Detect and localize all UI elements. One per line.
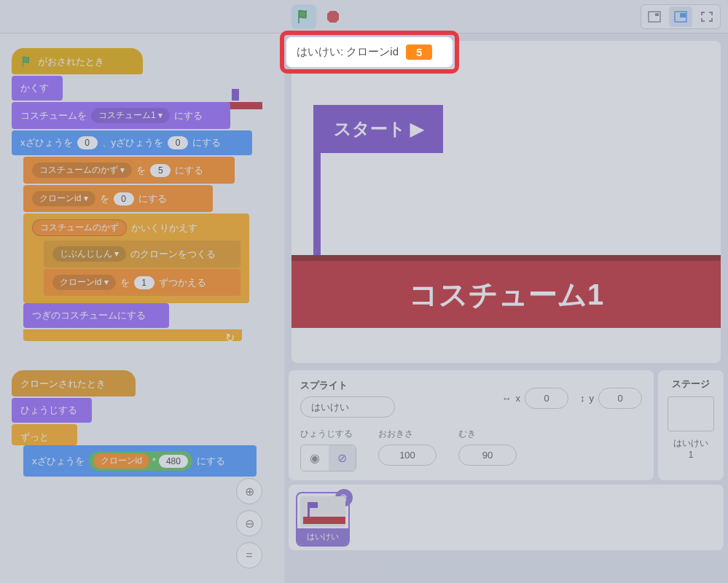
code-minimap <box>227 85 262 111</box>
svg-rect-5 <box>232 89 239 101</box>
show-icon[interactable]: ◉ <box>301 445 329 471</box>
code-area[interactable]: がおされたとき かくす コスチュームをコスチューム1 ▾にする xざひょうを0、… <box>0 34 284 583</box>
block-repeat[interactable]: コスチュームのかずかいくりかえす じぶんじしん ▾のクローンをつくる クローンi… <box>23 214 249 303</box>
arrow-v-icon: ↕ <box>580 393 585 404</box>
small-stage-button[interactable] <box>643 7 666 27</box>
svg-rect-9 <box>303 517 345 524</box>
svg-rect-8 <box>308 502 310 517</box>
block-when-flag[interactable]: がおされたとき <box>12 48 143 74</box>
block-set-x[interactable]: xざひょうをクローンid*480にする <box>23 445 257 477</box>
sprite-direction-input[interactable]: 90 <box>458 445 517 466</box>
stage-banner: コスチューム1 <box>291 255 721 328</box>
visibility-toggle[interactable]: ◉ ⊘ <box>300 445 356 472</box>
sprite-size-input[interactable]: 100 <box>378 445 437 466</box>
sprite-y-input[interactable]: 0 <box>598 388 642 409</box>
block-forever[interactable]: ずっと <box>12 424 77 445</box>
sprite-list: 🗑 はいけい <box>289 485 724 550</box>
zoom-reset-button[interactable]: = <box>236 542 262 568</box>
svg-marker-0 <box>327 11 339 23</box>
block-next-costume[interactable]: つぎのコスチュームにする <box>23 303 169 328</box>
stage[interactable]: スタート▶ コスチューム1 <box>291 41 721 363</box>
block-set-var-costume-count[interactable]: コスチュームのかず ▾を5にする <box>23 157 235 184</box>
block-set-costume[interactable]: コスチュームをコスチューム1 ▾にする <box>12 102 230 129</box>
green-flag-button[interactable] <box>291 4 316 29</box>
block-create-clone[interactable]: じぶんじしん ▾のクローンをつくる <box>44 240 240 267</box>
block-goto-xy[interactable]: xざひょうを0、yざひょうを0にする <box>12 130 252 155</box>
hide-icon[interactable]: ⊘ <box>329 445 356 471</box>
block-show[interactable]: ひょうじする <box>12 398 92 423</box>
block-hide[interactable]: かくす <box>12 76 63 101</box>
arrow-h-icon: ↔ <box>502 393 512 404</box>
sprite-x-input[interactable]: 0 <box>525 388 568 409</box>
fullscreen-button[interactable] <box>695 7 719 27</box>
block-set-var-cloneid[interactable]: クローンid ▾を0にする <box>23 185 213 212</box>
zoom-in-button[interactable]: ⊕ <box>236 478 262 504</box>
sprite-label: スプライト <box>300 379 395 392</box>
svg-rect-6 <box>227 102 262 109</box>
play-icon: ▶ <box>410 119 423 139</box>
large-stage-button[interactable] <box>669 7 692 27</box>
svg-rect-4 <box>680 13 686 17</box>
stage-selector[interactable]: ステージ はいけい 1 <box>658 370 724 480</box>
variable-monitor-value: 5 <box>406 44 432 60</box>
sprite-name-input[interactable] <box>300 396 395 418</box>
variable-monitor-label: はいけい: クローンid <box>297 45 399 59</box>
stage-thumbnail <box>668 396 714 431</box>
sprite-info-panel: スプライト ↔x0 ↕y0 ひょうじする ◉ ⊘ <box>289 370 654 480</box>
block-change-var[interactable]: クローンid ▾を1ずつかえる <box>44 269 240 296</box>
variable-monitor[interactable]: はいけい: クローンid 5 <box>286 36 453 68</box>
svg-rect-2 <box>655 13 659 16</box>
zoom-out-button[interactable]: ⊖ <box>236 510 262 536</box>
block-when-cloned[interactable]: クローンされたとき <box>12 370 136 396</box>
highlight-annotation: はいけい: クローンid 5 <box>280 31 459 74</box>
stop-button[interactable] <box>321 4 345 29</box>
sprite-item[interactable]: 🗑 はいけい <box>296 492 350 547</box>
